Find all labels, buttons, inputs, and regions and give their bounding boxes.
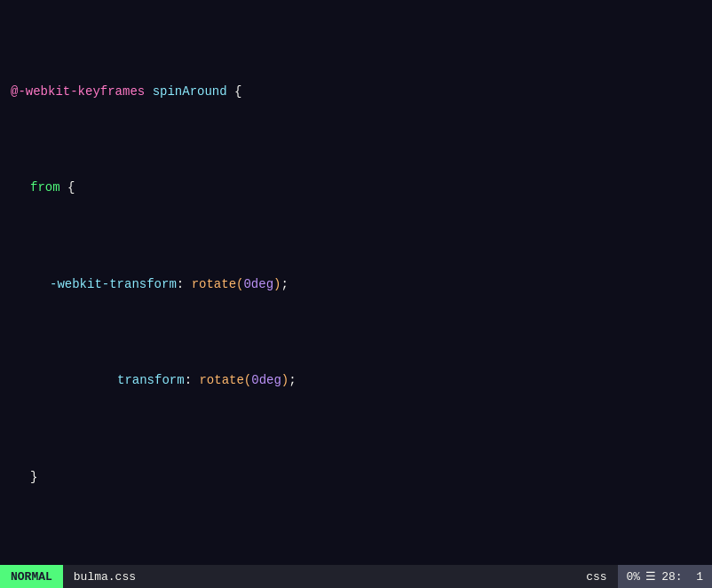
to-keyword: to bbox=[30, 564, 45, 565]
status-right: css 0% ☰ 28: 1 bbox=[575, 565, 712, 588]
code-line-2: from { bbox=[0, 179, 712, 198]
code-line-1: @-webkit-keyframes spinAround { bbox=[0, 83, 712, 102]
code-content: @-webkit-keyframes spinAround { from { -… bbox=[0, 0, 712, 565]
at-keyword: @-webkit-keyframes bbox=[11, 83, 145, 102]
code-line-3: -webkit-transform: rotate(0deg); bbox=[0, 275, 712, 295]
from-keyword: from bbox=[30, 179, 60, 198]
code-line-6: to { bbox=[0, 564, 712, 565]
scroll-percent: 0% bbox=[627, 570, 641, 584]
code-line-4: transform: rotate(0deg); bbox=[0, 371, 712, 391]
filename: bulma.css bbox=[63, 570, 146, 584]
editor-area: @-webkit-keyframes spinAround { from { -… bbox=[0, 0, 712, 565]
filetype: css bbox=[575, 570, 617, 584]
line-col: 28: 1 bbox=[661, 570, 703, 584]
mode-indicator: NORMAL bbox=[0, 565, 63, 588]
nav-info: 0% ☰ 28: 1 bbox=[618, 565, 712, 588]
status-bar: NORMAL bulma.css css 0% ☰ 28: 1 bbox=[0, 565, 712, 588]
nav-separator: ☰ bbox=[645, 569, 656, 584]
code-line-5: } bbox=[0, 468, 712, 488]
